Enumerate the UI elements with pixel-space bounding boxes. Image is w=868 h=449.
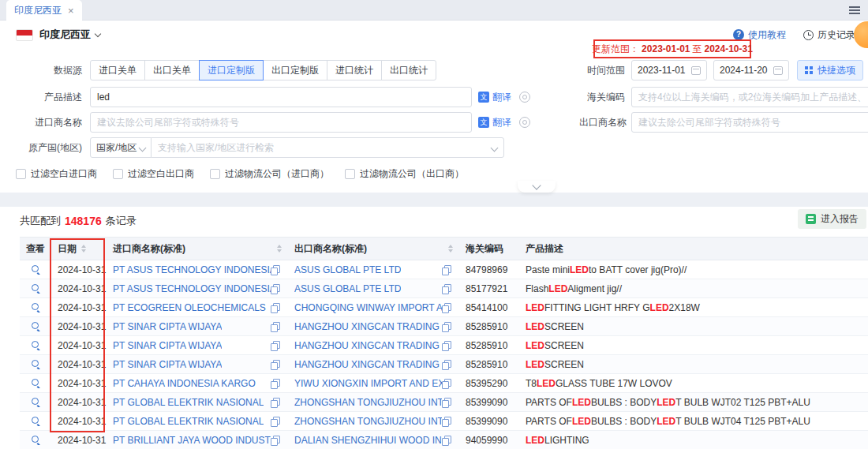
data-source-tab[interactable]: 出口统计 bbox=[381, 60, 436, 80]
exporter-link[interactable]: HANGZHOU XINGCAN TRADING CO LTD bbox=[294, 340, 442, 351]
checkbox-icon[interactable] bbox=[113, 169, 123, 179]
filter-checkbox[interactable]: 过滤空白出口商 bbox=[113, 167, 194, 181]
search-icon[interactable] bbox=[31, 397, 41, 407]
exporter-cell: HANGZHOU XINGCAN TRADING CO LTD bbox=[288, 321, 459, 332]
exact-match-icon[interactable] bbox=[519, 117, 530, 128]
sort-icon[interactable] bbox=[448, 245, 453, 253]
importer-cell: PT CAHAYA INDONESIA KARGO bbox=[107, 378, 288, 389]
importer-link[interactable]: PT SINAR CIPTA WIJAYA bbox=[113, 359, 222, 370]
exporter-link[interactable]: ZHONGSHAN TONGJIUZHOU INTERNA... bbox=[294, 397, 442, 408]
search-icon[interactable] bbox=[31, 340, 41, 350]
copy-icon[interactable] bbox=[442, 322, 451, 331]
data-source-tab[interactable]: 出口定制版 bbox=[263, 60, 327, 80]
date-cell: 2024-10-31 bbox=[51, 397, 107, 408]
close-icon[interactable]: × bbox=[68, 6, 74, 16]
exporter-input[interactable] bbox=[631, 112, 868, 133]
copy-icon[interactable] bbox=[442, 303, 451, 312]
search-icon[interactable] bbox=[31, 321, 41, 331]
copy-icon[interactable] bbox=[442, 360, 451, 369]
checkbox-icon[interactable] bbox=[16, 169, 26, 179]
copy-icon[interactable] bbox=[442, 265, 451, 275]
copy-icon[interactable] bbox=[271, 303, 280, 312]
menu-icon[interactable] bbox=[849, 6, 860, 14]
column-header-date[interactable]: 日期 bbox=[51, 242, 107, 256]
data-source-tab[interactable]: 进口定制版 bbox=[199, 60, 264, 80]
filter-checkbox[interactable]: 过滤物流公司（出口商） bbox=[345, 167, 464, 181]
copy-icon[interactable] bbox=[442, 417, 451, 426]
search-icon[interactable] bbox=[31, 283, 41, 294]
copy-icon[interactable] bbox=[271, 398, 280, 407]
filter-checkbox[interactable]: 过滤空白进口商 bbox=[16, 167, 97, 181]
copy-icon[interactable] bbox=[271, 284, 280, 294]
column-header-exporter[interactable]: 出口商名称(标准) bbox=[288, 242, 459, 256]
checkbox-icon[interactable] bbox=[345, 169, 355, 179]
importer-link[interactable]: PT BRILLIANT JAYA WOOD INDUSTRY bbox=[113, 435, 271, 446]
tab-indonesia[interactable]: 印度尼西亚 × bbox=[6, 0, 82, 21]
importer-link[interactable]: PT SINAR CIPTA WIJAYA bbox=[113, 321, 222, 332]
date-start-input[interactable]: 2023-11-01 bbox=[631, 60, 707, 80]
quick-options-button[interactable]: 快捷选项 bbox=[797, 60, 863, 80]
sort-icon[interactable] bbox=[277, 245, 282, 253]
exporter-link[interactable]: ASUS GLOBAL PTE LTD bbox=[294, 264, 401, 275]
importer-input[interactable] bbox=[90, 112, 472, 133]
origin-type-select[interactable]: 国家/地区 bbox=[90, 137, 152, 158]
table-row: 2024-10-31PT ASUS TECHNOLOGY INDONESIA B… bbox=[20, 260, 868, 279]
history-link[interactable]: 历史记录 bbox=[803, 28, 855, 42]
hs-code-input[interactable] bbox=[631, 87, 868, 107]
copy-icon[interactable] bbox=[271, 265, 280, 275]
copy-icon[interactable] bbox=[442, 284, 451, 294]
origin-search-input[interactable] bbox=[151, 137, 504, 158]
hs-code-cell: 85414100 bbox=[459, 302, 519, 313]
copy-icon[interactable] bbox=[271, 436, 280, 445]
copy-icon[interactable] bbox=[271, 322, 280, 331]
copy-icon[interactable] bbox=[442, 436, 451, 445]
data-source-tab[interactable]: 进口统计 bbox=[327, 60, 382, 80]
chevron-down-icon[interactable] bbox=[95, 30, 101, 36]
column-header-importer[interactable]: 进口商名称(标准) bbox=[107, 242, 288, 256]
importer-link[interactable]: PT SINAR CIPTA WIJAYA bbox=[113, 340, 222, 351]
collapse-filters-button[interactable] bbox=[518, 181, 556, 193]
copy-icon[interactable] bbox=[442, 379, 451, 388]
exporter-cell: HANGZHOU XINGCAN TRADING CO LTD bbox=[288, 340, 459, 351]
search-icon[interactable] bbox=[31, 302, 41, 312]
search-icon[interactable] bbox=[31, 264, 41, 275]
hs-code-cell: 85285910 bbox=[459, 321, 519, 332]
exporter-link[interactable]: DALIAN SHENGZHIHUI WOOD INDUST... bbox=[294, 435, 442, 446]
search-icon[interactable] bbox=[31, 359, 41, 369]
copy-icon[interactable] bbox=[271, 341, 280, 350]
copy-icon[interactable] bbox=[271, 379, 280, 388]
summary-suffix: 条记录 bbox=[106, 214, 137, 228]
importer-link[interactable]: PT ECOGREEN OLEOCHEMICALS bbox=[113, 302, 266, 313]
exporter-link[interactable]: ASUS GLOBAL PTE LTD bbox=[294, 283, 401, 294]
exact-match-icon[interactable] bbox=[519, 92, 530, 103]
checkbox-icon[interactable] bbox=[210, 169, 220, 179]
filter-checkbox[interactable]: 过滤物流公司（进口商） bbox=[210, 167, 329, 181]
exporter-link[interactable]: YIWU XIONGXIN IMPORT AND EXPORT... bbox=[294, 378, 442, 389]
product-desc-input[interactable] bbox=[90, 87, 472, 107]
importer-link[interactable]: PT GLOBAL ELEKTRIK NASIONAL bbox=[113, 416, 264, 427]
exporter-link[interactable]: CHONGQING WINWAY IMPORT AND E... bbox=[294, 302, 442, 313]
product-desc-label: 产品描述 bbox=[6, 91, 82, 104]
exporter-link[interactable]: HANGZHOU XINGCAN TRADING CO LTD bbox=[294, 359, 442, 370]
data-source-tab[interactable]: 进口关单 bbox=[90, 60, 145, 80]
enter-report-button[interactable]: 进入报告 bbox=[798, 209, 866, 229]
search-icon[interactable] bbox=[31, 435, 41, 445]
copy-icon[interactable] bbox=[442, 398, 451, 407]
translate-button[interactable]: 翻译 bbox=[478, 91, 511, 104]
translate-button[interactable]: 翻译 bbox=[478, 116, 511, 129]
copy-icon[interactable] bbox=[442, 341, 451, 350]
search-icon[interactable] bbox=[31, 378, 41, 388]
copy-icon[interactable] bbox=[271, 417, 280, 426]
importer-link[interactable]: PT GLOBAL ELEKTRIK NASIONAL bbox=[113, 397, 264, 408]
calendar-icon bbox=[773, 65, 783, 75]
exporter-link[interactable]: HANGZHOU XINGCAN TRADING CO LTD bbox=[294, 321, 442, 332]
importer-link[interactable]: PT ASUS TECHNOLOGY INDONESIA BA... bbox=[113, 283, 271, 294]
exporter-link[interactable]: ZHONGSHAN TONGJIUZHOU INTERNA... bbox=[294, 416, 442, 427]
importer-link[interactable]: PT ASUS TECHNOLOGY INDONESIA BA... bbox=[113, 264, 271, 275]
search-icon[interactable] bbox=[31, 416, 41, 426]
date-end-input[interactable]: 2024-11-20 bbox=[713, 60, 789, 80]
importer-link[interactable]: PT CAHAYA INDONESIA KARGO bbox=[113, 378, 256, 389]
data-source-tab[interactable]: 出口关单 bbox=[144, 60, 200, 80]
copy-icon[interactable] bbox=[271, 360, 280, 369]
sort-icon[interactable] bbox=[81, 245, 86, 253]
